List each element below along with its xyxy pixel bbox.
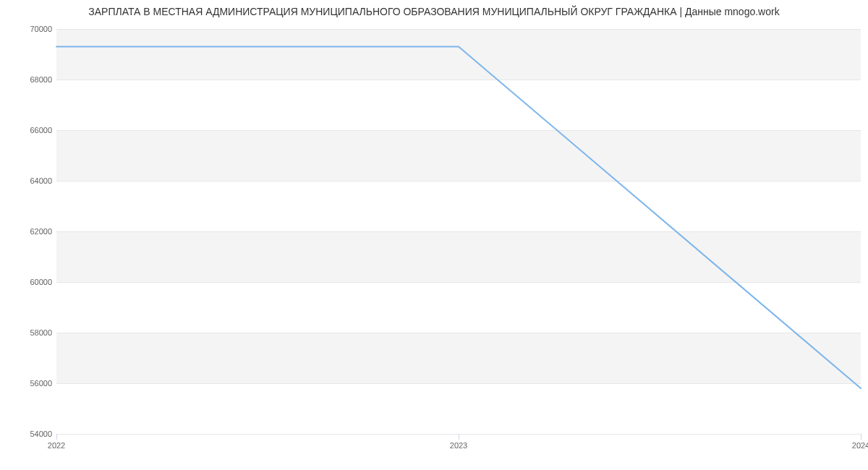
plot-area xyxy=(56,29,861,435)
y-axis-label: 56000 xyxy=(9,379,52,388)
x-tick xyxy=(861,434,861,440)
y-axis-label: 70000 xyxy=(9,25,52,33)
y-axis-label: 58000 xyxy=(9,328,52,337)
x-axis-label: 2024 xyxy=(852,441,868,450)
series-line xyxy=(56,47,861,389)
x-tick xyxy=(459,434,459,440)
y-axis-label: 62000 xyxy=(9,227,52,236)
y-axis-label: 68000 xyxy=(9,75,52,84)
y-axis-label: 64000 xyxy=(9,176,52,185)
y-axis-label: 54000 xyxy=(9,430,52,438)
line-layer xyxy=(56,29,861,434)
x-tick xyxy=(56,434,57,440)
chart-title: ЗАРПЛАТА В МЕСТНАЯ АДМИНИСТРАЦИЯ МУНИЦИП… xyxy=(0,6,868,17)
x-axis-label: 2023 xyxy=(450,441,467,450)
chart-container: ЗАРПЛАТА В МЕСТНАЯ АДМИНИСТРАЦИЯ МУНИЦИП… xyxy=(0,0,868,470)
x-axis-label: 2022 xyxy=(48,441,65,450)
y-axis-label: 66000 xyxy=(9,126,52,134)
y-axis-label: 60000 xyxy=(9,278,52,286)
